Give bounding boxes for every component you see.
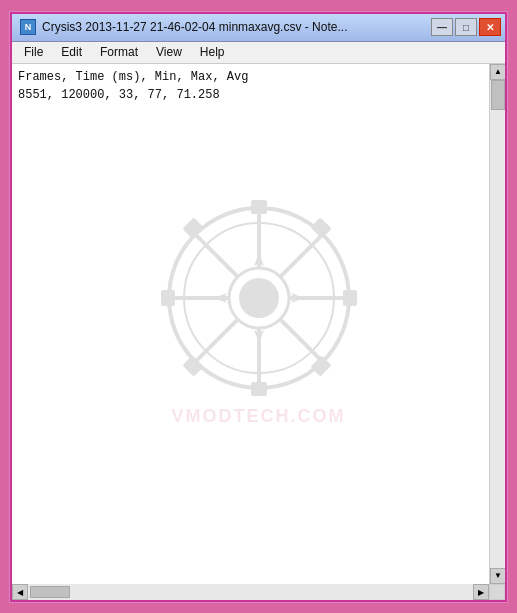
scroll-left-button[interactable]: ◀ (12, 584, 28, 600)
menu-file[interactable]: File (16, 43, 51, 61)
scroll-right-button[interactable]: ▶ (473, 584, 489, 600)
scroll-down-button[interactable]: ▼ (490, 568, 505, 584)
text-line-1: Frames, Time (ms), Min, Max, Avg (18, 68, 483, 86)
content-area: Frames, Time (ms), Min, Max, Avg 8551, 1… (12, 64, 505, 584)
app-icon: N (20, 19, 36, 35)
maximize-button[interactable]: □ (455, 18, 477, 36)
horizontal-scrollbar[interactable] (28, 584, 473, 600)
window-controls: — □ ✕ (431, 18, 501, 36)
menu-bar: File Edit Format View Help (12, 42, 505, 64)
title-bar-left: N Crysis3 2013-11-27 21-46-02-04 minmaxa… (20, 19, 347, 35)
menu-format[interactable]: Format (92, 43, 146, 61)
menu-view[interactable]: View (148, 43, 190, 61)
close-button[interactable]: ✕ (479, 18, 501, 36)
text-line-2: 8551, 120000, 33, 77, 71.258 (18, 86, 483, 104)
title-bar: N Crysis3 2013-11-27 21-46-02-04 minmaxa… (12, 14, 505, 42)
scroll-h-thumb[interactable] (30, 586, 70, 598)
scroll-up-button[interactable]: ▲ (490, 64, 505, 80)
notepad-window: N Crysis3 2013-11-27 21-46-02-04 minmaxa… (10, 12, 507, 602)
vertical-scrollbar[interactable]: ▲ ▼ (489, 64, 505, 584)
window-title: Crysis3 2013-11-27 21-46-02-04 minmaxavg… (42, 20, 347, 34)
bottom-bar: ◀ ▶ (12, 584, 505, 600)
text-editor[interactable]: Frames, Time (ms), Min, Max, Avg 8551, 1… (12, 64, 489, 584)
minimize-button[interactable]: — (431, 18, 453, 36)
scroll-track[interactable] (490, 80, 505, 568)
scrollbar-corner (489, 584, 505, 600)
menu-edit[interactable]: Edit (53, 43, 90, 61)
scroll-thumb[interactable] (491, 80, 505, 110)
menu-help[interactable]: Help (192, 43, 233, 61)
